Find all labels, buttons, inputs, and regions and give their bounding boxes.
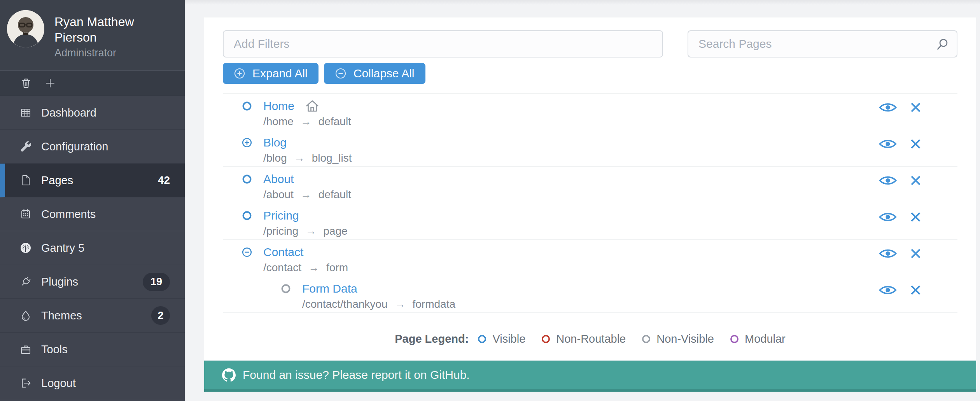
delete-page-button[interactable] [910, 211, 922, 223]
grav-admin-screen: Ryan Matthew Pierson Administrator [0, 0, 980, 401]
sidebar-item-themes[interactable]: Themes 2 [0, 299, 185, 333]
route-path: /blog [263, 152, 287, 164]
pages-card: Expand All Collapse All Home [204, 17, 976, 360]
legend-item-modular: Modular [730, 333, 786, 345]
page-row-pricing: Pricing /pricing → page [223, 203, 957, 239]
plus-icon [44, 77, 56, 89]
sidebar-item-logout[interactable]: Logout [0, 366, 185, 400]
droplet-icon [19, 309, 33, 322]
sidebar-item-gantry5[interactable]: Gantry 5 [0, 231, 185, 265]
page-route: /blog → blog_list [263, 152, 352, 164]
home-icon [304, 99, 320, 113]
sidebar-item-label: Gantry 5 [41, 242, 84, 255]
main-content: Expand All Collapse All Home [185, 0, 980, 401]
page-row-blog: Blog /blog → blog_list [223, 130, 957, 166]
page-state-visible-icon[interactable] [242, 210, 252, 221]
circle-minus-icon [335, 68, 346, 79]
tree-buttons-row: Expand All Collapse All [223, 63, 957, 84]
sidebar-item-label: Pages [41, 174, 73, 187]
x-icon [910, 174, 922, 187]
preview-page-button[interactable] [878, 174, 897, 187]
eye-icon [878, 211, 897, 223]
delete-page-button[interactable] [910, 284, 922, 296]
route-template: default [318, 188, 351, 201]
collapse-node-icon[interactable] [242, 247, 252, 258]
themes-count-badge: 2 [151, 306, 170, 325]
sidebar-item-plugins[interactable]: Plugins 19 [0, 265, 185, 299]
route-path: /contact [263, 262, 301, 274]
page-state-non-visible-icon[interactable] [280, 283, 291, 294]
sidebar-item-pages[interactable]: Pages 42 [0, 164, 185, 197]
user-block: Ryan Matthew Pierson Administrator [0, 0, 185, 70]
sidebar-tools-strip [0, 70, 185, 96]
delete-page-button[interactable] [910, 248, 922, 260]
page-legend: Page Legend: Visible Non-Routable [223, 312, 957, 360]
page-icon [19, 174, 33, 187]
collapse-all-button[interactable]: Collapse All [324, 63, 425, 84]
page-title-link[interactable]: About [263, 173, 294, 186]
search-input[interactable] [688, 30, 957, 58]
eye-icon [878, 248, 897, 260]
delete-page-button[interactable] [910, 138, 922, 150]
sidebar-menu: Dashboard Configuration Pages 42 [0, 96, 185, 400]
legend-item-non-visible: Non-Visible [641, 333, 714, 345]
trash-button[interactable] [19, 77, 33, 90]
route-path: /contact/thankyou [302, 298, 387, 310]
collapse-all-label: Collapse All [354, 67, 415, 80]
route-arrow: → [394, 298, 405, 310]
add-page-button[interactable] [44, 77, 57, 90]
delete-page-button[interactable] [910, 101, 922, 113]
legend-circle-modular-icon [730, 334, 739, 344]
user-name[interactable]: Ryan Matthew Pierson [54, 14, 152, 45]
page-title-link[interactable]: Pricing [263, 209, 299, 222]
filter-input[interactable] [223, 30, 663, 58]
legend-circle-visible-icon [477, 334, 487, 344]
eye-icon [878, 101, 897, 113]
sidebar-item-configuration[interactable]: Configuration [0, 130, 185, 164]
page-row-about: About /about → default [223, 166, 957, 203]
preview-page-button[interactable] [878, 284, 897, 296]
page-route: /contact/thankyou → formdata [302, 298, 455, 310]
x-icon [910, 284, 922, 296]
github-issue-link[interactable]: Found an issue? Please report it on GitH… [243, 368, 470, 382]
page-title-link[interactable]: Form Data [302, 282, 357, 295]
sidebar-item-label: Tools [41, 343, 68, 356]
sidebar-item-comments[interactable]: Comments [0, 197, 185, 231]
page-route: /home → default [263, 115, 351, 128]
sidebar-item-label: Comments [41, 208, 96, 221]
preview-page-button[interactable] [878, 248, 897, 260]
expand-all-button[interactable]: Expand All [223, 63, 318, 84]
page-row-home: Home /home → default [223, 93, 957, 130]
eye-icon [878, 284, 897, 296]
preview-page-button[interactable] [878, 138, 897, 150]
page-row-form-data: Form Data /contact/thankyou → formdata [223, 276, 957, 312]
route-arrow: → [301, 115, 312, 128]
sidebar: Ryan Matthew Pierson Administrator [0, 0, 185, 401]
circle-plus-icon [234, 68, 245, 79]
legend-circle-non-visible-icon [641, 334, 651, 344]
page-state-visible-icon[interactable] [242, 174, 252, 185]
github-issue-banner[interactable]: Found an issue? Please report it on GitH… [204, 361, 976, 392]
sidebar-item-label: Configuration [41, 140, 108, 153]
search-icon [936, 38, 949, 51]
expand-node-icon[interactable] [242, 137, 252, 148]
page-title-link[interactable]: Contact [263, 246, 303, 259]
page-title-link[interactable]: Blog [263, 136, 287, 149]
preview-page-button[interactable] [878, 101, 897, 113]
page-route: /contact → form [263, 262, 348, 274]
route-arrow: → [294, 152, 305, 164]
sidebar-item-dashboard[interactable]: Dashboard [0, 96, 185, 130]
user-role: Administrator [54, 47, 152, 59]
plugins-count-badge: 19 [143, 273, 170, 291]
route-path: /pricing [263, 225, 298, 237]
trash-icon [20, 77, 32, 89]
briefcase-icon [19, 343, 33, 356]
page-title-link[interactable]: Home [263, 99, 294, 113]
preview-page-button[interactable] [878, 211, 897, 223]
page-state-visible-icon[interactable] [242, 101, 252, 112]
sidebar-item-tools[interactable]: Tools [0, 333, 185, 366]
delete-page-button[interactable] [910, 174, 922, 187]
pages-tree: Home /home → default [223, 93, 957, 312]
legend-circle-non-routable-icon [541, 334, 551, 344]
avatar[interactable] [7, 10, 44, 47]
